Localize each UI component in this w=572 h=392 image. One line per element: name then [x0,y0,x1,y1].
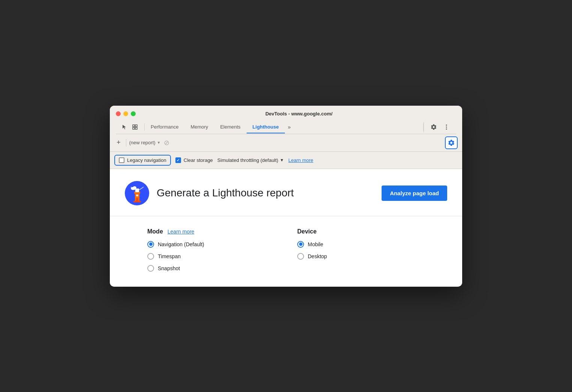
dropdown-arrow: ▼ [157,141,161,145]
device-radio-group: Mobile Desktop [297,241,447,260]
svg-point-4 [446,124,447,126]
throttling-label: Simulated throttling (default) [217,157,279,163]
mode-navigation-option[interactable]: Navigation (Default) [147,241,297,248]
device-mobile-label: Mobile [308,241,323,247]
mode-navigation-radio[interactable] [147,241,154,248]
throttling-arrow: ▼ [280,158,284,162]
report-dropdown[interactable]: (new report) ▼ [129,140,161,145]
title-bar: DevTools - www.google.com/ [110,106,462,134]
divider [126,139,126,147]
device-heading: Device [297,228,317,235]
tabs: Performance Memory Elements Lighthouse » [145,120,423,134]
svg-point-5 [446,126,447,127]
mode-timespan-radio[interactable] [147,253,154,260]
mode-snapshot-option[interactable]: Snapshot [147,265,297,272]
clear-storage-check[interactable] [175,157,181,163]
lighthouse-heading: Generate a Lighthouse report [157,187,374,199]
settings-gear-button[interactable] [445,136,458,149]
learn-more-link-header[interactable]: Learn more [288,157,313,163]
settings-bar: + (new report) ▼ ⊘ [110,134,462,152]
devtools-window: DevTools - www.google.com/ [110,106,462,287]
tab-more[interactable]: » [285,120,294,134]
mode-snapshot-radio[interactable] [147,265,154,272]
clear-storage-option[interactable]: Clear storage [175,157,213,163]
svg-rect-1 [135,125,137,127]
device-desktop-label: Desktop [308,253,327,259]
mode-heading-row: Mode Learn more [147,228,297,235]
tab-bar: Performance Memory Elements Lighthouse » [116,120,456,134]
analyze-page-load-button[interactable]: Analyze page load [382,186,447,201]
lighthouse-logo [125,181,149,205]
maximize-button[interactable] [131,111,136,116]
main-content: Generate a Lighthouse report Analyze pag… [110,169,462,287]
mode-timespan-option[interactable]: Timespan [147,253,297,260]
device-column: Device Mobile Desktop [297,228,447,272]
traffic-lights [116,111,136,116]
tab-lighthouse[interactable]: Lighthouse [247,120,285,133]
svg-point-12 [133,186,136,189]
device-mobile-option[interactable]: Mobile [297,241,447,248]
mode-learn-more-link[interactable]: Learn more [168,229,195,235]
report-placeholder: (new report) [129,140,156,145]
lighthouse-header: Generate a Lighthouse report Analyze pag… [110,169,462,216]
block-icon: ⊘ [164,139,169,147]
svg-point-6 [446,128,447,129]
mode-navigation-label: Navigation (Default) [158,241,204,247]
mode-timespan-label: Timespan [158,253,181,259]
legacy-nav-label: Legacy navigation [127,157,166,163]
svg-rect-0 [133,125,135,127]
clear-storage-label: Clear storage [184,157,213,163]
legacy-navigation-checkbox[interactable]: Legacy navigation [114,155,171,166]
tab-bar-actions [424,122,452,132]
close-button[interactable] [116,111,121,116]
svg-rect-14 [136,198,138,202]
throttling-option[interactable]: Simulated throttling (default) ▼ [217,157,284,163]
config-section: Mode Learn more Navigation (Default) Tim… [110,216,462,287]
device-mobile-radio[interactable] [297,241,304,248]
window-title: DevTools - www.google.com/ [142,111,456,117]
mode-snapshot-label: Snapshot [158,265,180,271]
svg-rect-15 [136,195,138,196]
layers-icon[interactable] [131,123,139,131]
tab-memory[interactable]: Memory [184,120,214,133]
more-vert-icon-btn[interactable] [441,122,452,132]
legacy-nav-check[interactable] [119,157,124,163]
mode-radio-group: Navigation (Default) Timespan Snapshot [147,241,297,272]
tab-elements[interactable]: Elements [214,120,246,133]
device-desktop-radio[interactable] [297,253,304,260]
tab-performance[interactable]: Performance [145,120,184,133]
device-desktop-option[interactable]: Desktop [297,253,447,260]
settings-icon-btn[interactable] [428,122,439,132]
tab-bar-icons [120,123,139,131]
minimize-button[interactable] [123,111,128,116]
svg-rect-2 [133,127,135,129]
options-bar: Legacy navigation Clear storage Simulate… [110,152,462,169]
settings-bar-left: + (new report) ▼ ⊘ [114,138,442,147]
svg-rect-10 [135,189,139,192]
add-report-button[interactable]: + [114,138,123,147]
device-heading-row: Device [297,228,447,235]
mode-column: Mode Learn more Navigation (Default) Tim… [147,228,297,272]
svg-rect-3 [135,127,137,129]
cursor-icon[interactable] [120,123,129,131]
mode-heading: Mode [147,228,163,235]
